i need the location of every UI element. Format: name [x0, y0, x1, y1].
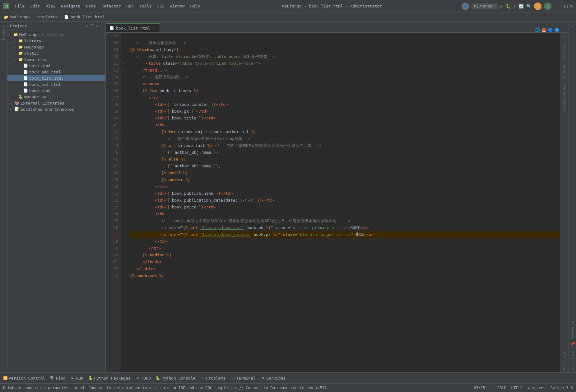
tree-base-html[interactable]: ▸ 📄 base.html [7, 63, 105, 69]
close-button[interactable]: ✕ [570, 3, 573, 9]
browser-safari-icon[interactable]: 🔷 [554, 27, 560, 32]
version-control-label: Version Control [9, 376, 45, 380]
notifications-button[interactable]: ! [534, 2, 541, 10]
fold-21[interactable]: ▾ [121, 60, 127, 67]
tree-manage-py[interactable]: ▸ 🐍 manage.py [7, 94, 105, 100]
run-btn[interactable]: ▶ Run [71, 376, 83, 380]
menu-refactor[interactable]: Refactor [99, 3, 123, 9]
line-num-55: 55 [106, 217, 118, 224]
fold-22[interactable]: ▸ [121, 67, 127, 74]
menu-run[interactable]: Run [124, 3, 136, 9]
project-tab[interactable]: Project [1, 23, 6, 42]
collapse-icon[interactable]: ☰ [90, 23, 94, 28]
code-line-37: <tr> [130, 94, 560, 101]
browser-chrome-icon[interactable]: 🌐 [535, 27, 540, 32]
tree-book-list[interactable]: ▸ 📄 book_list.html [7, 75, 105, 81]
tree-external-libs[interactable]: ▸ 📚 External Libraries [7, 100, 105, 106]
python-packages-btn[interactable]: 🐍 Python Packages [88, 376, 130, 380]
menu-view[interactable]: View [43, 3, 58, 9]
fold-42[interactable]: ▾ [121, 128, 127, 135]
tree-templates[interactable]: ▾ 📁 templates [7, 56, 105, 63]
menu-help[interactable]: Help [188, 3, 202, 9]
terminal-label: Terminal [236, 376, 256, 380]
tab-more-icon[interactable]: ⋮ [563, 28, 567, 32]
browser-firefox-icon[interactable]: 🦊 [541, 27, 546, 32]
word-book-panel-tab[interactable]: Word Book [562, 349, 567, 372]
line-num-34: 34 [106, 74, 118, 81]
minimize-button[interactable]: ─ [559, 3, 562, 9]
run-config[interactable]: MyDjango ▼ [471, 3, 498, 9]
python-version[interactable]: Python 3.8 [550, 386, 573, 390]
structure-tab[interactable]: Structure [570, 349, 575, 372]
close-panel-icon[interactable]: ─ [100, 23, 103, 28]
breadcrumb-templates[interactable]: templates [36, 15, 58, 19]
user-avatar[interactable]: 👤 [462, 2, 469, 10]
menu-vcs[interactable]: VCS [155, 3, 167, 9]
problems-btn[interactable]: ⚠ Problems [201, 376, 226, 380]
tree-book-add[interactable]: ▸ 📄 book_add.html [7, 69, 105, 75]
git-icon: 🔀 [3, 376, 7, 380]
tree-scratches[interactable]: ▸ 📝 Scratches and Consoles [7, 106, 105, 112]
cursor-position[interactable]: 63:15 [474, 386, 485, 390]
code-line-19: {% block panel_body %} [130, 46, 560, 53]
line-num-45: 45 [106, 149, 118, 156]
code-line-17 [130, 33, 560, 40]
menu-file[interactable]: File [12, 3, 27, 9]
tree-home-html[interactable]: ▸ 📄 home.html [7, 87, 105, 94]
fold-45 [121, 149, 127, 156]
help-button[interactable]: ? [544, 2, 551, 10]
line-num-51: 51 [106, 190, 118, 197]
menu-tools[interactable]: Tools [137, 3, 154, 9]
browser-edge-icon[interactable]: 🔵 [548, 27, 553, 32]
menu-window[interactable]: Window [168, 3, 187, 9]
menu-edit[interactable]: Edit [28, 3, 42, 9]
tree-root[interactable]: ▾ 📁 MyDjango D:\MyDjango [7, 31, 105, 38]
fold-19[interactable]: ▾ [121, 46, 127, 53]
line-ending[interactable]: CRLF [497, 386, 506, 390]
run-button[interactable]: ▶ [500, 3, 503, 9]
tree-static[interactable]: ▸ 📁 static [7, 50, 105, 56]
indent[interactable]: 4 spaces [527, 386, 546, 390]
line-num-46: 46 [106, 156, 118, 163]
editor-tab-book-list[interactable]: 📄 book_list.html ✕ [106, 23, 160, 32]
code-editor[interactable]: 17 18 19 20 21 22 34 35 36 37 38 39 40 4… [106, 33, 569, 372]
settings-icon[interactable]: ⚙ [96, 23, 98, 28]
line-num-38: 38 [106, 101, 118, 108]
sciview-panel-tab[interactable]: SciView [562, 62, 567, 82]
project-panel: Project ⊕ ☰ ⚙ ─ ▾ 📁 MyDjango D:\MyDjango [7, 22, 106, 372]
menu-navigate[interactable]: Navigate [58, 3, 83, 9]
python-console-btn[interactable]: 🐍 Python Console [156, 376, 196, 380]
debug-button[interactable]: 🐛 [506, 4, 511, 9]
tree-mydjango-inner[interactable]: ▸ 📁 MyDjango [7, 44, 105, 50]
version-control-btn[interactable]: 🔀 Version Control [3, 376, 45, 380]
home-html-label: home.html [29, 88, 51, 93]
database-panel-tab[interactable]: Database [562, 41, 567, 62]
find-btn[interactable]: 🔍 Find [50, 376, 65, 380]
services-btn[interactable]: ⚙ Services [261, 376, 286, 380]
right-panel-options[interactable]: ⋮ [562, 35, 567, 40]
code-content[interactable]: <!-- 继承面板主体块 --> {% block panel_body %} … [127, 33, 560, 372]
tab-close-button[interactable]: ✕ [152, 26, 156, 30]
encoding[interactable]: UTF-8 [511, 386, 523, 390]
code-line-45: {{ author_obj.name }} [130, 149, 560, 156]
static-arrow: ▸ [14, 52, 18, 55]
terminal-btn[interactable]: ⬛ Terminal [230, 376, 256, 380]
todo-btn[interactable]: ☑ TODO [136, 376, 151, 380]
search-everywhere[interactable]: 🔍 [526, 4, 532, 9]
fold-51 [121, 190, 127, 197]
breadcrumb-file[interactable]: book_list.html [71, 15, 105, 19]
sync-icon[interactable]: ⊕ [86, 23, 88, 28]
tree-book-set[interactable]: ▸ 📄 book_set.html [7, 81, 105, 87]
maximize-button[interactable]: □ [564, 3, 568, 9]
coverage-button[interactable]: ⚡ [513, 4, 516, 9]
tree-library[interactable]: ▸ 📁 library [7, 38, 105, 44]
todo-label: TODO [141, 376, 151, 380]
bookmarks-tab[interactable]: Bookmarks [570, 318, 575, 342]
fold-44[interactable]: ▾ [121, 142, 127, 149]
notifications-panel-tab[interactable]: Notifications [562, 82, 567, 113]
breadcrumb-app[interactable]: MyDjango [10, 15, 30, 19]
editor-tab-more[interactable]: ⋮ [562, 28, 569, 32]
menu-code[interactable]: Code [84, 3, 98, 9]
profile-button[interactable]: 🔄 [518, 4, 524, 9]
line-num-19: 19 [106, 46, 118, 53]
